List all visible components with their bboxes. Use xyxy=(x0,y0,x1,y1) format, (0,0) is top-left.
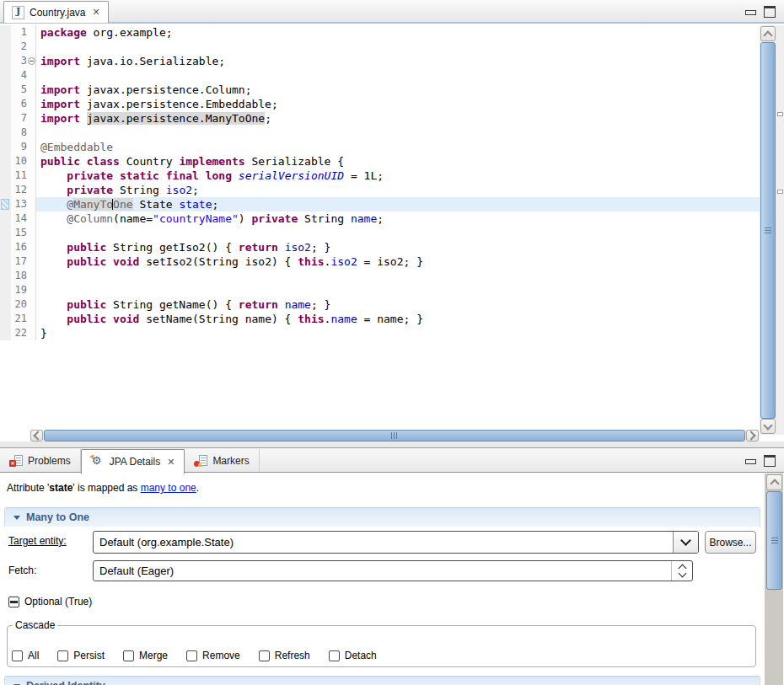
line-number: 2 xyxy=(11,40,30,54)
scroll-up-button[interactable] xyxy=(766,474,782,490)
cascade-option-remove[interactable]: Remove xyxy=(186,650,240,661)
editor-vertical-scrollbar[interactable] xyxy=(760,25,776,435)
code-line[interactable]: 18 xyxy=(0,269,760,283)
target-entity-link[interactable]: Target entity: xyxy=(8,535,67,547)
section-many-to-one[interactable]: Many to One xyxy=(4,507,760,527)
bottom-panel: ✕Problems⚙JPA Details✕Markers Attribute … xyxy=(0,448,784,685)
occurrence-marker[interactable] xyxy=(777,112,783,116)
occurrence-marker[interactable] xyxy=(777,190,783,194)
line-number: 20 xyxy=(11,297,30,312)
code-line[interactable]: 11 private static final long serialVersi… xyxy=(0,169,760,183)
line-number: 16 xyxy=(11,240,30,254)
fold-gutter xyxy=(30,254,35,269)
checkbox[interactable] xyxy=(12,650,23,661)
code-editor[interactable]: 1package org.example;23import java.io.Se… xyxy=(0,24,760,430)
minimize-icon[interactable] xyxy=(745,459,756,464)
details-vertical-scrollbar[interactable] xyxy=(765,474,783,685)
overview-ruler xyxy=(776,25,784,435)
code-line[interactable]: 15 xyxy=(0,226,760,240)
scroll-up-button[interactable] xyxy=(760,26,776,41)
browse-button[interactable]: Browse... xyxy=(705,531,756,554)
line-number: 4 xyxy=(11,68,30,83)
code-line[interactable]: 9@Embeddable xyxy=(0,140,760,154)
code-line[interactable]: 20 public String getName() { return name… xyxy=(0,297,760,312)
jpa-details-icon: ⚙ xyxy=(91,456,105,468)
maximize-icon[interactable] xyxy=(764,455,776,467)
editor-tab-label: Country.java xyxy=(30,7,85,19)
fold-gutter xyxy=(30,283,35,297)
mapping-type-link[interactable]: many to one xyxy=(141,482,196,494)
code-line[interactable]: 4 xyxy=(0,68,760,83)
editor-hscroll-thumb[interactable] xyxy=(44,430,745,442)
code-line[interactable]: 14 @Column(name="countryName") private S… xyxy=(0,211,760,226)
section-derived-identity[interactable]: Derived Identity xyxy=(4,676,760,685)
dropdown-arrow-icon[interactable] xyxy=(673,532,698,553)
optional-checkbox[interactable] xyxy=(8,597,19,607)
tab-problems[interactable]: ✕Problems xyxy=(0,449,81,472)
pane-sash[interactable] xyxy=(0,442,784,448)
checkbox[interactable] xyxy=(259,650,270,661)
checkbox[interactable] xyxy=(57,650,68,661)
maximize-icon[interactable] xyxy=(764,6,776,18)
code-line[interactable]: 21 public void setName(String name) { th… xyxy=(0,312,760,326)
fold-collapse-icon[interactable] xyxy=(28,57,35,65)
editor-vscroll-thumb[interactable] xyxy=(760,42,776,419)
fold-gutter xyxy=(30,197,35,211)
line-number: 1 xyxy=(11,25,30,40)
code-line[interactable]: 22} xyxy=(0,326,760,340)
line-number: 10 xyxy=(11,154,30,169)
code-line[interactable]: 13 @ManyToOne State state; xyxy=(0,197,760,211)
tab-markers[interactable]: Markers xyxy=(185,449,259,472)
attribute-mapping-note: Attribute 'state' is mapped as many to o… xyxy=(7,482,199,494)
fetch-combo[interactable]: Default (Eager) xyxy=(93,560,693,581)
checkbox[interactable] xyxy=(123,650,134,661)
line-number: 6 xyxy=(11,97,30,111)
code-line[interactable]: 17 public void setIso2(String iso2) { th… xyxy=(0,254,760,269)
editor-tab-country-java[interactable]: J Country.java ✕ xyxy=(3,1,109,23)
code-line[interactable]: 1package org.example; xyxy=(0,25,760,40)
code-line[interactable]: 7import javax.persistence.ManyToOne; xyxy=(0,111,760,126)
tab-jpa-details[interactable]: ⚙JPA Details✕ xyxy=(81,449,185,474)
marker-gutter xyxy=(0,326,11,340)
code-line[interactable]: 6import javax.persistence.Embeddable; xyxy=(0,97,760,111)
editor-horizontal-scrollbar[interactable] xyxy=(30,430,759,442)
marker-gutter xyxy=(0,269,11,283)
scroll-left-button[interactable] xyxy=(30,430,43,442)
code-line[interactable]: 12 private String iso2; xyxy=(0,183,760,197)
cascade-option-all[interactable]: All xyxy=(12,650,39,661)
code-line[interactable]: 2 xyxy=(0,40,760,54)
line-number: 14 xyxy=(11,211,30,226)
code-line[interactable]: 5import javax.persistence.Column; xyxy=(0,83,760,97)
fold-gutter xyxy=(30,25,35,40)
cascade-option-refresh[interactable]: Refresh xyxy=(259,650,310,661)
code-line[interactable]: 16 public String getIso2() { return iso2… xyxy=(0,240,760,254)
checkbox[interactable] xyxy=(329,650,340,661)
close-icon[interactable]: ✕ xyxy=(92,7,99,18)
line-number: 22 xyxy=(11,326,30,340)
cascade-option-detach[interactable]: Detach xyxy=(329,650,377,661)
code-line[interactable]: 3import java.io.Serializable; xyxy=(0,54,760,68)
bottom-tabbar: ✕Problems⚙JPA Details✕Markers xyxy=(0,448,784,473)
fold-gutter xyxy=(30,211,35,226)
fold-gutter xyxy=(30,240,35,254)
scroll-down-button[interactable] xyxy=(760,419,776,434)
fold-gutter xyxy=(30,54,35,68)
cascade-option-persist[interactable]: Persist xyxy=(57,650,105,661)
code-line[interactable]: 19 xyxy=(0,283,760,297)
minimize-icon[interactable] xyxy=(745,10,756,15)
tab-label: Markers xyxy=(212,455,249,467)
close-icon[interactable]: ✕ xyxy=(167,457,175,468)
details-vscroll-thumb[interactable] xyxy=(766,491,782,590)
marker-gutter xyxy=(0,40,11,54)
checkbox[interactable] xyxy=(186,650,197,661)
code-line[interactable]: 10public class Country implements Serial… xyxy=(0,154,760,169)
target-entity-combo[interactable]: Default (org.example.State) xyxy=(93,531,699,554)
line-number: 15 xyxy=(11,226,30,240)
line-number: 19 xyxy=(11,283,30,297)
code-line[interactable]: 8 xyxy=(0,126,760,140)
line-number: 17 xyxy=(11,254,30,269)
scroll-right-button[interactable] xyxy=(746,430,759,442)
marker-gutter xyxy=(0,211,11,226)
spinner-arrows-icon[interactable] xyxy=(671,561,692,581)
cascade-option-merge[interactable]: Merge xyxy=(123,650,168,661)
